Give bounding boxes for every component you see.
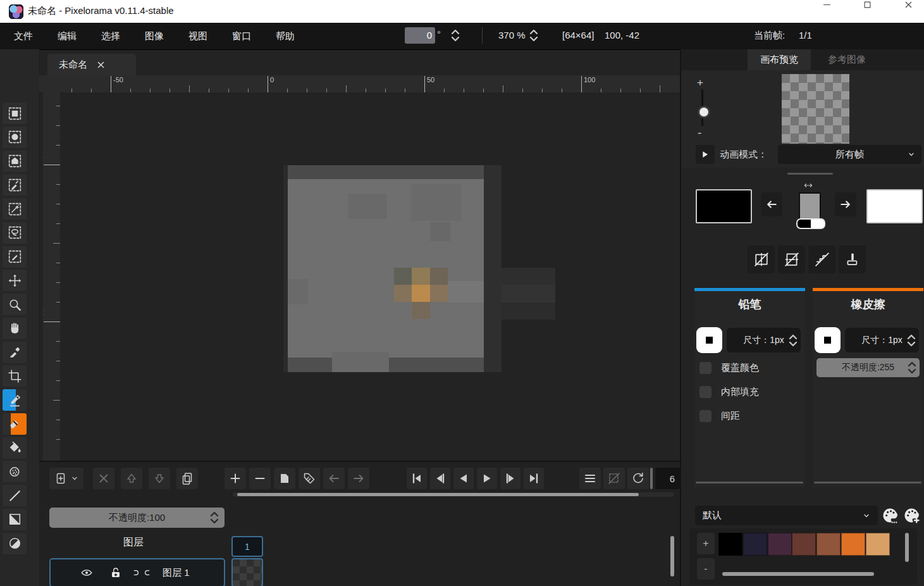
timeline-hscroll-thumb[interactable] [237,493,639,496]
tool-rectangle-select[interactable] [3,103,27,124]
add-button[interactable] [225,468,246,489]
menu-item-4[interactable]: 视图 [185,28,211,45]
minus-button[interactable] [249,468,271,489]
palette-hscroll-thumb[interactable] [722,572,874,576]
tool-select-pen[interactable] [3,246,27,268]
tool-ellipse-select[interactable] [3,127,27,148]
frame-button-1[interactable]: 1 [231,536,263,557]
anim-mode-dropdown[interactable]: 所有帧 [778,145,921,164]
palette-swatch-3[interactable] [792,533,816,556]
layer-visibility-icon[interactable] [79,566,94,580]
swap-colors-left-button[interactable] [761,192,782,216]
palette-vscroll-thumb[interactable] [905,533,909,562]
menu-item-1[interactable]: 编辑 [54,28,80,45]
delete-button[interactable] [93,468,114,489]
preview-zoom-out[interactable]: - [698,126,701,140]
timeline-vscroll-thumb[interactable] [670,536,674,577]
fps-input[interactable]: 6 [655,468,680,489]
palette-swatch-5[interactable] [841,533,865,556]
pixel-perfect-toggle[interactable] [808,246,835,273]
pencil-brush-button[interactable] [696,327,722,353]
layer-link-left-icon[interactable] [131,566,141,580]
zoom-level[interactable]: 370 % [498,30,526,41]
eraser-size-arrows[interactable] [906,332,916,349]
pencil-size-arrows[interactable] [788,332,798,349]
palette-swatch-4[interactable] [816,533,841,556]
close-button[interactable] [894,0,923,22]
layer-down-button[interactable] [149,468,170,489]
edit-palette-button[interactable] [880,506,900,525]
add-swatch-button[interactable]: + [697,533,715,554]
palette-swatch-0[interactable] [718,533,742,556]
palette-swatch-6[interactable] [866,533,890,556]
zoom-spinner[interactable] [529,27,539,44]
play-back-button[interactable] [453,468,474,489]
palette-swatch-2[interactable] [768,533,792,556]
eraser-opacity-slider[interactable]: 不透明度:255 [816,358,920,377]
horizontal-ruler[interactable]: -50050100 [60,75,680,93]
maximize-button[interactable] [853,0,882,22]
palette-dropdown[interactable]: 默认 [695,506,878,525]
tool-color-select[interactable] [3,174,27,196]
checkbox-2[interactable] [699,410,711,422]
pencil-panel-scrollbar[interactable] [696,482,803,483]
menu-item-6[interactable]: 帮助 [272,28,299,45]
minimize-button[interactable] [812,0,841,22]
checkbox-0[interactable] [699,362,711,374]
remove-swatch-button[interactable]: - [697,558,715,580]
arrow-right-button[interactable] [348,468,369,489]
arrow-left-button[interactable] [323,468,345,489]
tool-crop[interactable] [3,365,27,387]
menu-item-3[interactable]: 图像 [141,28,168,45]
dynamics-button[interactable] [839,246,866,273]
menu-item-2[interactable]: 选择 [97,28,124,45]
last-button[interactable] [524,468,544,489]
tool-move[interactable] [3,270,27,291]
clone-layer-button[interactable] [176,468,198,489]
play-button[interactable] [477,468,497,489]
tool-pan[interactable] [3,318,27,339]
loop-button[interactable] [627,468,649,489]
menu-lines-button[interactable] [579,468,601,489]
layer-lock-icon[interactable] [108,566,123,580]
vertical-ruler[interactable]: 050 [43,92,60,461]
color-toggle-pill[interactable] [796,218,825,229]
eraser-opacity-spinner[interactable] [907,359,917,376]
eraser-panel-scrollbar[interactable] [814,482,921,483]
menu-item-5[interactable]: 窗口 [228,28,255,45]
right-color-swatch[interactable] [866,189,923,223]
tool-bucket[interactable] [3,437,27,459]
tool-shading[interactable] [3,461,27,482]
eraser-size-spinner[interactable]: 尺寸：1px [845,328,919,352]
layer-opacity-spinner[interactable] [209,509,219,526]
timeline-hscroll-track[interactable] [233,492,674,497]
left-color-swatch[interactable] [696,189,752,223]
cel-thumbnail[interactable] [231,558,263,586]
tool-line[interactable] [3,485,27,506]
preview-zoom-in[interactable]: + [697,77,703,89]
next-button[interactable] [500,468,521,489]
tab-canvas-preview[interactable]: 画布预览 [748,49,811,70]
pencil-size-spinner[interactable]: 尺寸：1px [727,328,801,352]
layer-opacity-slider[interactable]: 不透明度:100 [49,508,225,528]
tool-pencil[interactable] [3,389,27,411]
prev-button[interactable] [430,468,450,489]
tool-color-picker[interactable] [3,342,27,363]
project-tab[interactable]: 未命名 [47,54,136,75]
layer-up-button[interactable] [121,468,142,489]
onion-skin-button[interactable] [603,468,625,489]
add-palette-button[interactable] [902,506,921,525]
tool-ellipse[interactable] [3,533,27,554]
tool-zoom[interactable] [3,294,27,315]
tool-eraser[interactable] [3,413,27,435]
menu-item-0[interactable]: 文件 [10,28,37,45]
first-button[interactable] [407,468,427,489]
preview-play-button[interactable] [696,145,715,164]
panel-resize-handle[interactable] [787,173,833,175]
checkbox-1[interactable] [699,386,711,398]
clone-frame-button[interactable] [274,468,295,489]
palette-swatch-1[interactable] [743,533,767,556]
rotation-input[interactable]: 0 [405,27,435,44]
preview-zoom-knob[interactable] [698,106,710,118]
layer-link-right-icon[interactable] [142,566,152,580]
